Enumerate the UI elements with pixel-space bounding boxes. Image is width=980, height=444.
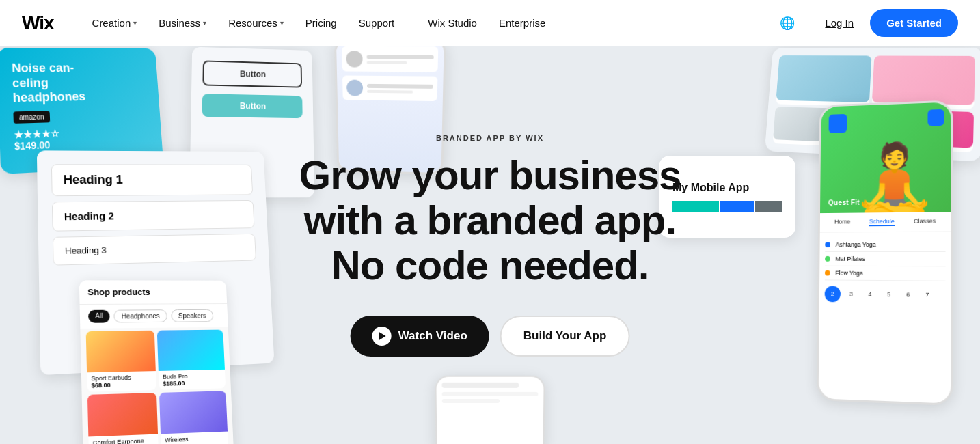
nav-menu: Creation ▾ Business ▾ Resources ▾ Pricin… bbox=[81, 0, 776, 46]
hero-tag: BRANDED APP BY WIX bbox=[299, 134, 681, 142]
quest-title: Quest Fit bbox=[828, 198, 860, 206]
noise-card-price: ★★★★☆$149.00 bbox=[14, 125, 150, 152]
language-selector[interactable]: 🌐 bbox=[775, 11, 800, 36]
shop-item-4: Wireless$95.00 bbox=[159, 391, 228, 444]
heading-1: Heading 1 bbox=[51, 164, 253, 196]
quest-dot-1 bbox=[825, 242, 830, 247]
mockup-shop-card: Shop products All Headphones Speakers Sp… bbox=[79, 280, 234, 444]
shop-item-3: Comfort Earphone$140.00 bbox=[87, 393, 159, 444]
shop-item-1: Sport Earbuds$68.00 bbox=[86, 331, 156, 392]
nav-item-wix-studio[interactable]: Wix Studio bbox=[417, 0, 488, 46]
chevron-down-icon: ▾ bbox=[203, 19, 206, 27]
tr-card-1 bbox=[776, 55, 871, 107]
logo[interactable]: Wix bbox=[22, 12, 54, 34]
quest-nav-home: Home bbox=[834, 219, 850, 227]
quest-schedule-list: Ashtanga Yoga Mat Pilates Flow Yoga 2 3 … bbox=[819, 232, 951, 315]
shop-filter-headphones: Headphones bbox=[113, 309, 167, 322]
button-demo-outline: Button bbox=[202, 60, 302, 87]
quest-nav-schedule: Schedule bbox=[869, 218, 895, 226]
build-app-button[interactable]: Build Your App bbox=[500, 316, 630, 357]
play-triangle bbox=[379, 332, 386, 340]
login-button[interactable]: Log In bbox=[817, 12, 862, 34]
quest-navigation: Home Schedule Classes bbox=[820, 212, 951, 232]
color-bars bbox=[672, 201, 782, 212]
button-demo-teal: Button bbox=[202, 94, 303, 118]
nav-item-pricing[interactable]: Pricing bbox=[295, 0, 348, 46]
get-started-button[interactable]: Get Started bbox=[870, 9, 958, 37]
quest-logo-icon bbox=[829, 114, 847, 133]
quest-dot-2 bbox=[825, 256, 830, 262]
heading-2: Heading 2 bbox=[52, 200, 255, 232]
globe-icon: 🌐 bbox=[780, 16, 795, 31]
hero-buttons: Watch Video Build Your App bbox=[299, 316, 681, 357]
shop-filter-speakers: Speakers bbox=[171, 309, 214, 322]
heading-3: Heading 3 bbox=[53, 234, 256, 266]
navbar-right: 🌐 Log In Get Started bbox=[775, 9, 958, 37]
quest-nav-classes: Classes bbox=[914, 217, 936, 225]
noise-card-title: Noise can-celingheadphones bbox=[12, 61, 147, 106]
nav-item-business[interactable]: Business ▾ bbox=[148, 0, 217, 46]
quest-row-3: Flow Yoga bbox=[825, 266, 946, 281]
quest-row-2: Mat Pilates bbox=[825, 252, 945, 266]
shop-title: Shop products bbox=[79, 280, 227, 305]
nav-item-enterprise[interactable]: Enterprise bbox=[488, 0, 556, 46]
chevron-down-icon: ▾ bbox=[280, 19, 284, 27]
nav-divider bbox=[411, 12, 411, 34]
quest-date-row: 2 3 4 5 6 7 bbox=[825, 280, 946, 309]
nav-item-creation[interactable]: Creation ▾ bbox=[81, 0, 148, 46]
quest-dot-3 bbox=[825, 270, 830, 276]
hero-section: Noise can-celingheadphones amazon ★★★★☆$… bbox=[0, 46, 980, 444]
nav-item-resources[interactable]: Resources ▾ bbox=[217, 0, 295, 46]
logo-text: Wix bbox=[22, 12, 54, 34]
chevron-down-icon: ▾ bbox=[133, 19, 137, 27]
watch-video-button[interactable]: Watch Video bbox=[351, 316, 489, 357]
hero-content: BRANDED APP BY WIX Grow your business wi… bbox=[299, 134, 681, 357]
quest-row-1: Ashtanga Yoga bbox=[825, 238, 945, 252]
mockup-bottom-phone bbox=[435, 376, 545, 444]
play-icon bbox=[372, 327, 392, 346]
mockup-quest-phone: 🧘 Quest Fit Home Schedule Classes Ashtan… bbox=[817, 100, 953, 406]
navbar: Wix Creation ▾ Business ▾ Resources ▾ Pr… bbox=[0, 0, 980, 46]
hero-title: Grow your business with a branded app. N… bbox=[299, 153, 681, 288]
nav-item-support[interactable]: Support bbox=[348, 0, 406, 46]
mobile-app-title: My Mobile App bbox=[672, 182, 782, 194]
shop-item-2: Buds Pro$185.00 bbox=[157, 330, 226, 390]
vertical-divider bbox=[808, 14, 808, 33]
shop-filter-all: All bbox=[88, 310, 110, 323]
quest-header: 🧘 Quest Fit bbox=[820, 102, 951, 213]
